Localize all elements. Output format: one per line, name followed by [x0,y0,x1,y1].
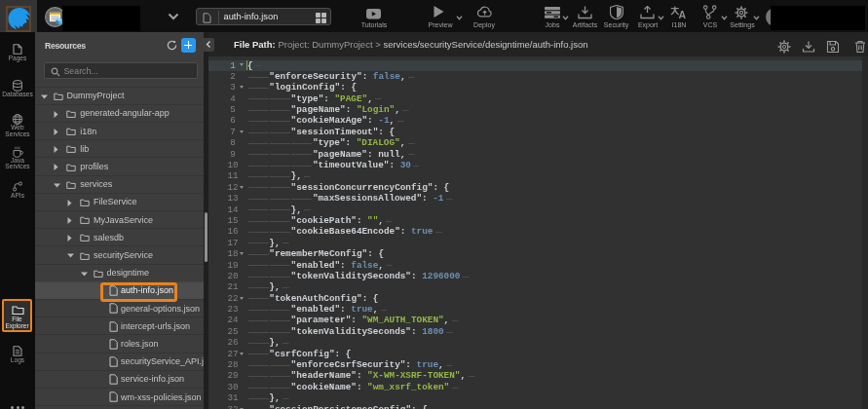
svg-text:A: A [679,8,687,18]
